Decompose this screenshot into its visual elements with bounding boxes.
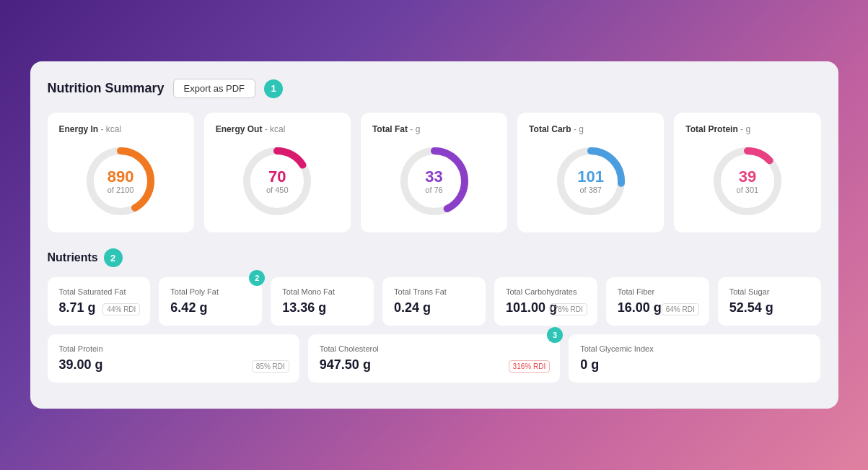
badge-2: 2 — [104, 248, 123, 267]
summary-card-total-protein: Total Protein - g 39 of 301 — [674, 113, 820, 232]
nutrient-card-poly-fat: 2 Total Poly Fat 6.42 g — [159, 277, 262, 326]
donut-of-energy-out: of 450 — [266, 186, 289, 194]
nutrient-value-sugar: 52.54 g — [729, 300, 810, 315]
donut-energy-in: 890 of 2100 — [81, 142, 160, 221]
export-pdf-button[interactable]: Export as PDF — [173, 79, 256, 98]
nutrient-label-carbs: Total Carbohydrates — [506, 287, 586, 296]
nutrients-title: Nutrients — [48, 251, 98, 264]
donut-value-total-fat: 33 — [425, 168, 442, 186]
nutrient-label-trans-fat: Total Trans Fat — [394, 287, 474, 296]
nutrient-card-protein: Total Protein 39.00 g 85% RDI — [48, 334, 299, 383]
donut-total-carb: 101 of 387 — [551, 142, 631, 221]
donut-of-total-fat: of 76 — [425, 186, 442, 194]
summary-card-total-fat: Total Fat - g 33 of 76 — [361, 113, 507, 232]
badge-1: 1 — [264, 79, 283, 98]
nutrients-section: Nutrients 2 Total Saturated Fat 8.71 g 4… — [48, 248, 821, 383]
nutrient-card-glycemic: Total Glycemic Index 0 g — [569, 334, 820, 383]
nutrient-row-2: Total Protein 39.00 g 85% RDI 3 Total Ch… — [48, 334, 821, 383]
nutrient-value-mono-fat: 13.36 g — [282, 300, 362, 315]
nutrient-label-mono-fat: Total Mono Fat — [282, 287, 362, 296]
donut-value-energy-in: 890 — [108, 168, 134, 186]
nutrient-label-fiber: Total Fiber — [618, 287, 698, 296]
summary-card-energy-in: Energy In - kcal 890 of 2100 — [48, 113, 194, 232]
card-title-energy-in: Energy In - kcal — [59, 124, 122, 134]
header: Nutrition Summary Export as PDF 1 — [48, 79, 821, 98]
nutrient-card-sat-fat: Total Saturated Fat 8.71 g 44% RDI — [48, 277, 151, 326]
donut-total-fat: 33 of 76 — [395, 142, 474, 221]
card-title-total-carb: Total Carb - g — [529, 124, 584, 134]
donut-of-total-protein: of 301 — [737, 186, 759, 194]
rdi-badge-sat-fat: 44% RDI — [102, 303, 140, 315]
nutrient-value-trans-fat: 0.24 g — [394, 300, 474, 315]
badge-3: 3 — [547, 327, 563, 343]
rdi-badge-fiber: 64% RDI — [662, 303, 699, 315]
nutrient-value-glycemic: 0 g — [580, 357, 809, 373]
rdi-badge-protein: 85% RDI — [252, 360, 289, 373]
nutrient-label-cholesterol: Total Cholesterol — [320, 344, 548, 353]
donut-energy-out: 70 of 450 — [237, 142, 317, 221]
donut-of-total-carb: of 387 — [577, 186, 604, 194]
rdi-badge-carbs: 78% RDI — [550, 303, 587, 315]
card-title-total-fat: Total Fat - g — [372, 124, 420, 134]
nutrient-value-poly-fat: 6.42 g — [170, 300, 250, 315]
card-title-total-protein: Total Protein - g — [685, 124, 750, 134]
nutrient-label-glycemic: Total Glycemic Index — [580, 344, 809, 353]
rdi-badge-cholesterol: 316% RDI — [509, 360, 551, 373]
donut-value-total-carb: 101 — [577, 168, 604, 186]
nutrients-header: Nutrients 2 — [48, 248, 821, 267]
donut-value-energy-out: 70 — [266, 168, 289, 186]
nutrient-label-poly-fat: Total Poly Fat — [170, 287, 250, 296]
card-title-energy-out: Energy Out - kcal — [216, 124, 286, 134]
nutrient-card-carbs: Total Carbohydrates 101.00 g 78% RDI — [494, 277, 597, 326]
nutrient-card-trans-fat: Total Trans Fat 0.24 g — [382, 277, 486, 326]
page-title: Nutrition Summary — [48, 81, 165, 96]
nutrient-card-sugar: Total Sugar 52.54 g — [718, 277, 821, 326]
nutrient-row-1: Total Saturated Fat 8.71 g 44% RDI 2 Tot… — [48, 277, 821, 326]
dashboard: Nutrition Summary Export as PDF 1 Energy… — [30, 61, 838, 409]
donut-value-total-protein: 39 — [737, 168, 759, 186]
nutrient-label-sugar: Total Sugar — [729, 287, 810, 296]
badge-2-nutrient: 2 — [249, 270, 265, 286]
summary-cards: Energy In - kcal 890 of 2100 Energy Out … — [48, 113, 821, 232]
nutrient-label-sat-fat: Total Saturated Fat — [59, 287, 139, 296]
nutrient-card-cholesterol: 3 Total Cholesterol 947.50 g 316% RDI — [308, 334, 560, 383]
donut-of-energy-in: of 2100 — [108, 186, 134, 194]
nutrient-card-fiber: Total Fiber 16.00 g 64% RDI — [606, 277, 709, 326]
nutrient-label-protein: Total Protein — [59, 344, 288, 353]
summary-card-total-carb: Total Carb - g 101 of 387 — [517, 113, 664, 232]
donut-total-protein: 39 of 301 — [708, 142, 787, 221]
nutrient-card-mono-fat: Total Mono Fat 13.36 g — [271, 277, 374, 326]
summary-card-energy-out: Energy Out - kcal 70 of 450 — [204, 113, 351, 232]
